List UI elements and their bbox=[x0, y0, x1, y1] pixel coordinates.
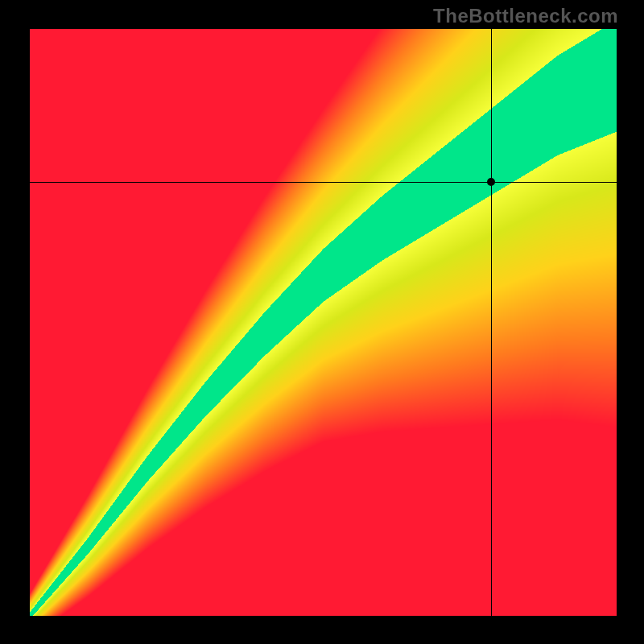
selection-marker bbox=[487, 178, 495, 186]
crosshair-horizontal bbox=[30, 182, 617, 183]
crosshair-vertical bbox=[491, 29, 492, 616]
chart-frame: TheBottleneck.com bbox=[0, 0, 644, 644]
watermark-text: TheBottleneck.com bbox=[433, 5, 618, 27]
bottleneck-heatmap bbox=[30, 29, 617, 616]
